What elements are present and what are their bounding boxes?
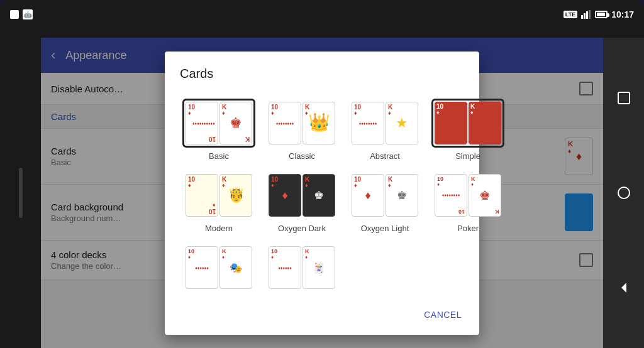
svg-rect-1 bbox=[584, 13, 586, 19]
abstract-card-pair: 10 ♦ ♦♦♦♦♦♦♦♦ K ♦ ★ bbox=[348, 99, 421, 148]
oxygen-dark-10-card: 10 ♦ ♦ bbox=[269, 174, 301, 217]
card-option-poker[interactable]: 10 ♦ ♦♦♦♦♦♦♦♦ 10 K ♦ ♚ K bbox=[429, 168, 507, 236]
svg-point-5 bbox=[618, 187, 630, 198]
nav-buttons bbox=[603, 38, 644, 348]
card-option-classic[interactable]: 10 ♦ ♦♦♦♦♦♦♦♦ K ♦ 👑 Classic bbox=[263, 96, 341, 163]
modern-king-card: K ♦ 🤴 bbox=[219, 174, 252, 217]
back-nav-button[interactable] bbox=[610, 274, 638, 302]
card-grid-row2: 10 ♦ ♦ 10 K ♦ 🤴 bbox=[180, 168, 464, 236]
status-icons-right: LTE 10:17 bbox=[564, 9, 634, 19]
row3-2-card-pair: 10 ♦ ♦♦♦♦♦♦ K ♦ 🃏 bbox=[265, 243, 338, 292]
lte-badge: LTE bbox=[564, 11, 577, 18]
status-bar: 🤖 LTE 10:17 bbox=[0, 5, 644, 24]
poker-king-card: K ♦ ♚ K bbox=[469, 174, 501, 217]
poker-card-pair: 10 ♦ ♦♦♦♦♦♦♦♦ 10 K ♦ ♚ K bbox=[431, 171, 504, 220]
svg-rect-0 bbox=[581, 15, 583, 19]
card-option-row3-1[interactable]: 10 ♦ ♦♦♦♦♦♦ K ♦ 🎭 bbox=[180, 241, 258, 295]
card-option-modern[interactable]: 10 ♦ ♦ 10 K ♦ 🤴 bbox=[180, 168, 258, 236]
scroll-indicator bbox=[19, 168, 23, 218]
basic-card-pair: 10 ♦ ♦♦♦♦♦♦♦♦♦♦ 10 K ♦ ♚ bbox=[182, 99, 255, 148]
oxygen-dark-king-card: K ♦ ♚ bbox=[303, 174, 335, 217]
classic-king-card: K ♦ 👑 bbox=[303, 102, 335, 144]
oxygen-light-king-card: K ♦ ♚ bbox=[386, 174, 418, 217]
oxygen-light-label: Oxygen Light bbox=[361, 224, 409, 233]
simple-card-pair: 10 ♦ K ♦ bbox=[431, 99, 504, 148]
cancel-button[interactable]: CANCEL bbox=[416, 305, 469, 325]
card-option-oxygen-light[interactable]: 10 ♦ ♦ K ♦ ♚ Oxygen Light bbox=[346, 168, 424, 236]
svg-marker-6 bbox=[621, 283, 626, 293]
poker-label: Poker bbox=[457, 224, 479, 233]
clock: 10:17 bbox=[611, 9, 634, 19]
back-icon bbox=[616, 280, 631, 295]
card-grid-row3: 10 ♦ ♦♦♦♦♦♦ K ♦ 🎭 bbox=[180, 241, 464, 295]
svg-rect-4 bbox=[618, 92, 630, 104]
circle-nav-button[interactable] bbox=[610, 179, 638, 207]
cards-dialog: Cards 10 ♦ ♦♦♦♦♦♦♦♦♦♦ bbox=[165, 52, 479, 335]
basic-10-card: 10 ♦ ♦♦♦♦♦♦♦♦♦♦ 10 bbox=[186, 102, 218, 144]
square-icon bbox=[616, 90, 631, 106]
left-edge bbox=[0, 38, 41, 348]
app-area: ‹ Appearance Disable Autoco… Cards Cards… bbox=[41, 38, 603, 348]
svg-rect-3 bbox=[589, 10, 591, 19]
row3-1-card-pair: 10 ♦ ♦♦♦♦♦♦ K ♦ 🎭 bbox=[182, 243, 255, 292]
svg-rect-2 bbox=[586, 11, 588, 19]
oxygen-dark-label: Oxygen Dark bbox=[278, 224, 326, 233]
classic-card-pair: 10 ♦ ♦♦♦♦♦♦♦♦ K ♦ 👑 bbox=[265, 99, 338, 148]
dialog-overlay: Cards 10 ♦ ♦♦♦♦♦♦♦♦♦♦ bbox=[41, 38, 603, 348]
simple-king-card: K ♦ bbox=[469, 102, 501, 144]
card-option-simple[interactable]: 10 ♦ K ♦ Simple bbox=[429, 96, 507, 163]
oxygen-light-10-card: 10 ♦ ♦ bbox=[352, 174, 384, 217]
dialog-content: 10 ♦ ♦♦♦♦♦♦♦♦♦♦ 10 K ♦ ♚ bbox=[165, 91, 479, 300]
classic-10-card: 10 ♦ ♦♦♦♦♦♦♦♦ bbox=[269, 102, 301, 144]
notification-icon: 🤖 bbox=[23, 9, 33, 19]
abstract-label: Abstract bbox=[370, 151, 400, 161]
card-option-basic[interactable]: 10 ♦ ♦♦♦♦♦♦♦♦♦♦ 10 K ♦ ♚ bbox=[180, 96, 258, 163]
circle-icon bbox=[616, 185, 631, 200]
square-nav-button[interactable] bbox=[610, 84, 638, 112]
basic-label: Basic bbox=[209, 151, 229, 161]
card-grid-row1: 10 ♦ ♦♦♦♦♦♦♦♦♦♦ 10 K ♦ ♚ bbox=[180, 96, 464, 163]
card-option-abstract[interactable]: 10 ♦ ♦♦♦♦♦♦♦♦ K ♦ ★ Abstract bbox=[346, 96, 424, 163]
status-icons-left: 🤖 bbox=[10, 9, 33, 19]
oxygen-light-card-pair: 10 ♦ ♦ K ♦ ♚ bbox=[348, 171, 421, 220]
modern-10-card: 10 ♦ ♦ 10 bbox=[186, 174, 218, 217]
basic-king-card: K ♦ ♚ K bbox=[219, 102, 252, 144]
battery-icon bbox=[595, 11, 608, 18]
card-option-oxygen-dark[interactable]: 10 ♦ ♦ K ♦ ♚ Oxygen Dark bbox=[263, 168, 341, 236]
dialog-actions: CANCEL bbox=[165, 300, 479, 330]
signal-icon bbox=[581, 10, 591, 19]
abstract-king-card: K ♦ ★ bbox=[386, 102, 418, 144]
sim-icon bbox=[10, 10, 19, 19]
simple-label: Simple bbox=[455, 151, 480, 161]
classic-label: Classic bbox=[289, 151, 315, 161]
oxygen-dark-card-pair: 10 ♦ ♦ K ♦ ♚ bbox=[265, 171, 338, 220]
modern-card-pair: 10 ♦ ♦ 10 K ♦ 🤴 bbox=[182, 171, 255, 220]
modern-label: Modern bbox=[205, 224, 233, 233]
simple-10-card: 10 ♦ bbox=[435, 102, 467, 144]
card-option-row3-2[interactable]: 10 ♦ ♦♦♦♦♦♦ K ♦ 🃏 bbox=[263, 241, 341, 295]
device-frame: 🤖 LTE 10:17 ‹ Appearance bbox=[0, 0, 644, 348]
dialog-title: Cards bbox=[165, 67, 479, 91]
abstract-10-card: 10 ♦ ♦♦♦♦♦♦♦♦ bbox=[352, 102, 384, 144]
poker-10-card: 10 ♦ ♦♦♦♦♦♦♦♦ 10 bbox=[435, 174, 467, 217]
